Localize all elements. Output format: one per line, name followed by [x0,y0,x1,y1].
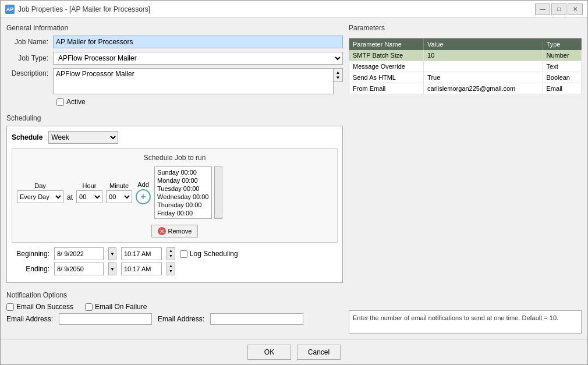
title-bar: AP Job Properties - [AP Mailer for Proce… [1,1,587,18]
job-name-input[interactable] [53,36,343,48]
param-value-cell: carlislemorgan225@gmail.com [424,83,543,94]
job-type-select[interactable]: APFlow Processor Mailer [53,52,343,65]
notification-checkboxes-row: Email On Success Email On Failure [6,303,343,311]
schedule-list[interactable]: Sunday 00:00 Monday 00:00 Tuesday 00:00 … [154,166,211,219]
list-item[interactable]: Sunday 00:00 [156,168,210,176]
parameters-label: Parameters [349,24,582,32]
ending-time-spin[interactable]: ▲ ▼ [167,263,175,275]
hour-group: Hour 00 [76,182,102,203]
param-value-cell [424,61,543,72]
email-address-input-2[interactable] [210,313,303,325]
hint-text: Enter the number of email notifications … [353,314,558,321]
close-button[interactable]: ✕ [568,3,583,15]
general-section: General Information Job Name: Job Type: … [6,24,343,108]
restore-button[interactable]: □ [551,3,566,15]
list-item[interactable]: Monday 00:00 [156,176,210,185]
table-row[interactable]: Message Override Text [349,61,582,72]
schedule-list-area: Sunday 00:00 Monday 00:00 Tuesday 00:00 … [154,166,222,219]
list-item[interactable]: Friday 00:00 [156,209,210,217]
log-scheduling-text: Log Scheduling [190,250,238,258]
list-item[interactable]: Thursday 00:00 [156,201,210,209]
remove-button[interactable]: ✕ Remove [151,225,199,238]
table-row[interactable]: Send As HTML True Boolean [349,72,582,83]
email-on-failure-checkbox[interactable] [85,303,93,311]
parameters-table: Parameter Name Value Type SMTP Batch Siz… [349,38,582,94]
hour-label: Hour [83,182,97,189]
param-name-cell: Send As HTML [349,72,424,83]
remove-label: Remove [168,228,192,235]
ending-label: Ending: [12,265,49,273]
beginning-label: Beginning: [12,250,49,258]
notification-email-row: Email Address: Email Address: [6,313,343,325]
list-scrollbar[interactable] [214,166,222,219]
param-type-cell: Number [543,50,581,61]
ending-date-input[interactable] [54,263,104,275]
ok-button[interactable]: OK [247,345,291,360]
add-circle-button[interactable]: + [136,189,151,204]
beginning-date-input[interactable] [54,247,104,260]
col-value: Value [424,38,543,51]
beginning-time-spin[interactable]: ▲ ▼ [167,247,175,260]
remove-row: ✕ Remove [17,222,332,238]
log-scheduling-label: Log Scheduling [180,250,238,258]
job-type-label: Job Type: [6,54,53,62]
description-row: Description: APFlow Processor Mailer ▲ ▼ [6,68,343,94]
job-name-label: Job Name: [6,38,53,46]
email-on-success-label: Email On Success [6,303,73,311]
schedule-controls: Day Every Day Sunday Monday Tuesday Wedn… [17,166,332,219]
add-button-group: Add + [136,181,151,204]
description-scrollbar[interactable]: ▲ ▼ [334,68,343,82]
param-type-cell: Email [543,83,581,94]
active-checkbox[interactable] [56,98,64,106]
ending-row: Ending: ▼ ▲ ▼ [12,263,338,275]
param-value-cell: True [424,72,543,83]
description-textarea[interactable]: APFlow Processor Mailer [53,68,334,94]
col-type: Type [543,38,581,51]
email-address-label-1: Email Address: [6,315,53,323]
day-select[interactable]: Every Day Sunday Monday Tuesday Wednesda… [17,190,63,203]
hour-select[interactable]: 00 [76,190,102,203]
email-on-success-checkbox[interactable] [6,303,14,311]
main-window: AP Job Properties - [AP Mailer for Proce… [0,0,588,365]
general-section-label: General Information [6,24,343,32]
minimize-button[interactable]: — [535,3,550,15]
schedule-select[interactable]: Week Day Month [48,131,118,144]
col-param-name: Parameter Name [349,38,424,51]
email-on-failure-label: Email On Failure [85,303,147,311]
list-item[interactable]: Wednesday 00:00 [156,193,210,201]
schedule-label: Schedule [12,133,42,141]
job-name-row: Job Name: [6,36,343,48]
minute-group: Minute 00 [106,182,132,203]
scheduling-section: Scheduling Schedule Week Day Month Sched… [6,114,343,283]
right-panel: Parameters Parameter Name Value Type SMT… [349,24,582,334]
at-label: at [67,193,73,201]
scheduling-box: Schedule Week Day Month Schedule Job to … [6,126,343,283]
beginning-date-spin[interactable]: ▼ [108,247,116,260]
ending-date-spin[interactable]: ▼ [108,263,116,275]
email-address-label-2: Email Address: [158,315,204,323]
minute-select[interactable]: 00 [106,190,132,203]
table-row[interactable]: SMTP Batch Size 10 Number [349,50,582,61]
ending-time-input[interactable] [121,263,162,275]
scheduling-section-label: Scheduling [6,114,343,122]
cancel-button[interactable]: Cancel [297,345,341,360]
hint-box: Enter the number of email notifications … [349,310,582,334]
beginning-time-input[interactable] [121,247,162,260]
left-panel: General Information Job Name: Job Type: … [6,24,343,334]
scheduling-header: Schedule Week Day Month [12,131,338,144]
app-icon: AP [5,5,15,14]
param-name-cell: SMTP Batch Size [349,50,424,61]
minute-label: Minute [109,182,129,189]
email-address-input-1[interactable] [59,313,152,325]
list-item[interactable]: Tuesday 00:00 [156,185,210,193]
table-row[interactable]: From Email carlislemorgan225@gmail.com E… [349,83,582,94]
param-name-cell: From Email [349,83,424,94]
window-title: Job Properties - [AP Mailer for Processo… [18,5,535,13]
schedule-box-title: Schedule Job to run [17,154,332,162]
notification-section-label: Notification Options [6,291,343,299]
beginning-row: Beginning: ▼ ▲ ▼ Log Scheduling [12,247,338,260]
log-scheduling-checkbox[interactable] [180,250,187,258]
param-type-cell: Boolean [543,72,581,83]
schedule-job-box: Schedule Job to run Day Every Day Sunday… [12,148,338,243]
param-value-cell: 10 [424,50,543,61]
